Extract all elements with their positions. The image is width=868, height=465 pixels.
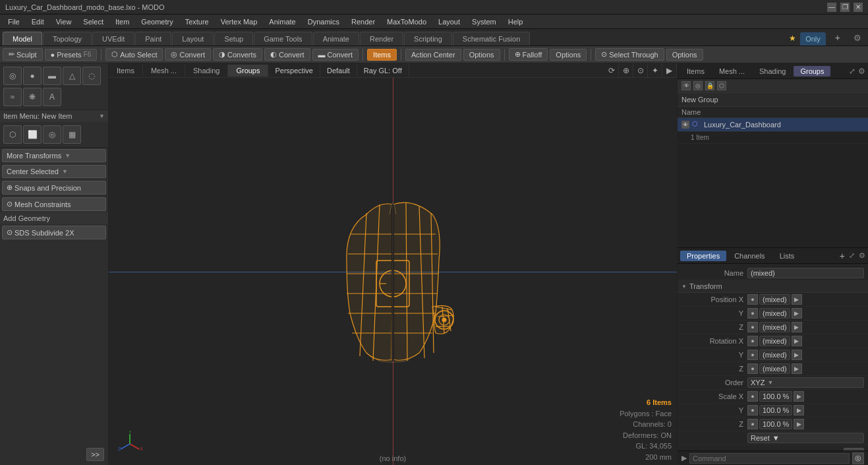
minimize-button[interactable]: — <box>827 3 836 12</box>
props-name-value[interactable]: (mixed) <box>747 268 864 278</box>
props-scale-y-dot[interactable]: ● <box>747 405 758 416</box>
props-pos-y-right[interactable]: ▶ <box>792 308 802 319</box>
lt-sphere-icon[interactable]: ◎ <box>3 67 22 85</box>
items-tab-groups[interactable]: Groups <box>794 66 830 77</box>
convert3-button[interactable]: ◐ Convert <box>264 48 310 61</box>
lt-sq-icon[interactable]: ⬜ <box>23 125 42 144</box>
props-scale-x-dot[interactable]: ● <box>747 391 758 402</box>
action-center-button[interactable]: Action Center <box>405 49 461 61</box>
menu-item-texture[interactable]: Texture <box>180 16 214 27</box>
convert1-button[interactable]: ◎ Convert <box>165 48 211 61</box>
tab-add-button[interactable]: + <box>830 31 846 46</box>
center-selected-button[interactable]: Center Selected ▼ <box>2 165 106 178</box>
close-button[interactable]: ✕ <box>854 3 863 12</box>
viewport-canvas[interactable]: X Y Z 6 Items Polygons : Face Channels: … <box>109 78 677 465</box>
props-reset-btn[interactable]: Reset ▼ <box>747 433 864 443</box>
vp-fit-icon[interactable]: ⊙ <box>633 63 648 78</box>
props-pos-x-value[interactable]: (mixed) <box>759 294 790 305</box>
menu-item-layout[interactable]: Layout <box>433 16 465 27</box>
props-rot-y-value[interactable]: (mixed) <box>759 350 790 360</box>
props-add-button[interactable]: + <box>840 251 845 261</box>
props-rot-y-dot[interactable]: ● <box>747 350 758 360</box>
items-tab-items[interactable]: Items <box>680 66 711 77</box>
tab-animate[interactable]: Animate <box>313 32 359 46</box>
sds-subdivide-button[interactable]: ⊙ SDS Subdivide 2X <box>2 226 106 239</box>
vp-perspective[interactable]: Perspective <box>268 65 320 77</box>
items-settings-icon[interactable]: ⚙ <box>858 67 865 76</box>
props-scale-x-right[interactable]: ▶ <box>794 391 804 402</box>
tab-only[interactable]: Only <box>800 32 826 46</box>
more-transforms-button[interactable]: More Transforms ▼ <box>2 149 106 162</box>
vp-tab-shading[interactable]: Shading <box>185 65 228 77</box>
menu-item-animate[interactable]: Animate <box>264 16 301 27</box>
lt-wave-icon[interactable]: ≈ <box>3 88 22 106</box>
menu-item-help[interactable]: Help <box>503 16 529 27</box>
menu-item-maxtomodo[interactable]: MaxToModo <box>382 16 432 27</box>
vp-play-icon[interactable]: ▶ <box>662 63 677 78</box>
items-button[interactable]: Items <box>367 49 397 61</box>
convert4-button[interactable]: ▬ Convert <box>312 49 359 61</box>
menu-item-select[interactable]: Select <box>78 16 109 27</box>
menu-item-file[interactable]: File <box>3 16 25 27</box>
props-expand-icon[interactable]: ⤢ <box>849 251 855 260</box>
vp-rotate-icon[interactable]: ⟳ <box>604 63 619 78</box>
props-transform-header[interactable]: ▼ Transform <box>678 280 868 293</box>
item-menu-label[interactable]: Item Menu: New Item ▼ <box>0 110 108 122</box>
auto-select-button[interactable]: ⬡ Auto Select <box>105 48 163 61</box>
vp-tab-items[interactable]: Items <box>109 65 143 77</box>
props-settings-icon[interactable]: ⚙ <box>859 251 865 260</box>
menu-item-vertex map[interactable]: Vertex Map <box>216 16 263 27</box>
lt-star-icon[interactable]: ❋ <box>23 88 42 106</box>
options1-button[interactable]: Options <box>463 49 500 61</box>
menu-item-render[interactable]: Render <box>346 16 380 27</box>
mesh-constraints-button[interactable]: ⊙ Mesh Constraints <box>2 197 106 211</box>
lt-hex-icon[interactable]: ⬡ <box>3 125 22 144</box>
vp-shading-default[interactable]: Default <box>320 65 357 77</box>
item-row-0[interactable]: 👁 ⬡ Luxury_Car_Dashboard <box>678 118 868 132</box>
props-rot-y-right[interactable]: ▶ <box>792 350 802 360</box>
props-pos-z-right[interactable]: ▶ <box>792 322 802 332</box>
props-order-value[interactable]: XYZ ▼ <box>747 377 864 388</box>
tab-layout[interactable]: Layout <box>172 32 214 46</box>
items-lock-icon[interactable]: 🔒 <box>705 81 714 90</box>
command-run-icon[interactable]: ◎ <box>852 452 864 464</box>
props-pos-z-value[interactable]: (mixed) <box>759 322 790 332</box>
lt-box-icon[interactable]: ▬ <box>43 67 61 85</box>
tab-model[interactable]: Model <box>3 32 42 46</box>
props-tab-properties[interactable]: Properties <box>680 251 726 261</box>
props-rot-z-dot[interactable]: ● <box>747 363 758 374</box>
vp-tab-mesh[interactable]: Mesh ... <box>143 65 185 77</box>
props-rot-z-value[interactable]: (mixed) <box>759 363 790 374</box>
lt-text-icon[interactable]: A <box>43 88 61 106</box>
props-rot-x-dot[interactable]: ● <box>747 336 758 346</box>
tab-schematic-fusion[interactable]: Schematic Fusion <box>453 32 530 46</box>
tab-game-tools[interactable]: Game Tools <box>254 32 312 46</box>
maximize-button[interactable]: ❐ <box>840 3 850 12</box>
props-pos-x-dot[interactable]: ● <box>747 294 758 305</box>
items-tab-mesh[interactable]: Mesh ... <box>712 66 751 77</box>
options3-button[interactable]: Options <box>666 49 703 61</box>
select-through-button[interactable]: ⊙ Select Through <box>595 48 664 61</box>
props-pos-z-dot[interactable]: ● <box>747 322 758 332</box>
props-scale-z-right[interactable]: ▶ <box>794 419 804 429</box>
vp-shading2-icon[interactable]: ✦ <box>648 63 662 78</box>
lt-grid-icon[interactable]: ▦ <box>63 125 81 144</box>
expand-button[interactable]: >> <box>86 448 104 461</box>
snaps-button[interactable]: ⊕ Snaps and Precision <box>2 181 106 195</box>
items-tab-shading[interactable]: Shading <box>753 66 792 77</box>
props-scale-x-value[interactable]: 100.0 % <box>759 391 792 402</box>
props-scale-z-dot[interactable]: ● <box>747 419 758 429</box>
menu-item-system[interactable]: System <box>467 16 502 27</box>
tab-paint[interactable]: Paint <box>135 32 171 46</box>
items-render-icon[interactable]: ◎ <box>693 81 703 90</box>
converts-button[interactable]: ◑ Converts <box>213 48 262 61</box>
props-tab-channels[interactable]: Channels <box>728 251 771 261</box>
items-wire-icon[interactable]: ⬡ <box>717 81 726 90</box>
tab-render[interactable]: Render <box>360 32 403 46</box>
props-scale-y-right[interactable]: ▶ <box>794 405 804 416</box>
props-tab-lists[interactable]: Lists <box>773 251 801 261</box>
items-eye-icon[interactable]: 👁 <box>681 81 691 90</box>
items-expand-icon[interactable]: ⤢ <box>849 67 855 76</box>
lt-circ2-icon[interactable]: ◎ <box>43 125 61 144</box>
props-rot-x-value[interactable]: (mixed) <box>759 336 790 346</box>
